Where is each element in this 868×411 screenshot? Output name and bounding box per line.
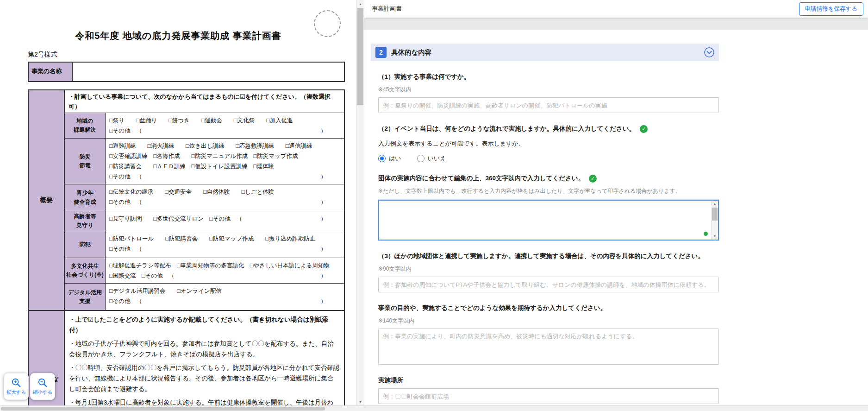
radio-option-no[interactable]: いいえ <box>417 154 446 163</box>
question-2-subtext: 入力例文を表示することが可能です。表示しますか。 <box>378 139 719 148</box>
question-1-label: （1）実施する事業は何ですか。 <box>378 73 719 81</box>
category-options: □伝統文化の継承 □交通安全 □自然体験 □しごと体験□その他 （） <box>106 184 344 211</box>
form-scroll-area: 2 具体的な内容 （1）実施する事業は何ですか。 ※45文字以内 <box>364 30 868 405</box>
overview-label: 概要 <box>29 90 65 310</box>
project-name-row: 事業の名称 <box>28 62 345 82</box>
place-input[interactable] <box>378 388 719 404</box>
header-gap-band <box>364 18 868 30</box>
category-options: □防犯パトロール □防犯講習会 □防犯マップ作成 □振り込め詐欺防止□その他 （… <box>106 231 344 258</box>
zoom-in-button[interactable]: 拡大する <box>4 373 29 400</box>
document-preview-pane: 令和5年度 地域の底力発展事業助成 事業計画書 第2号様式 事業の名称 概要 ・… <box>0 0 356 405</box>
category-label: 高齢者等 見守り <box>65 211 106 231</box>
left-pane-scrollbar[interactable]: ▲ ▼ <box>356 0 364 405</box>
form-column: 2 具体的な内容 （1）実施する事業は何ですか。 ※45文字以内 <box>371 44 719 405</box>
radio-option-yes[interactable]: はい <box>378 154 401 163</box>
zoom-out-button[interactable]: 縮小する <box>30 373 55 400</box>
example-toggle-radio-group: はい いいえ <box>378 154 719 163</box>
question-2-label: （2）イベント当日は、何をどのような流れで実施しますか。具体的に入力してください… <box>378 125 719 133</box>
textarea-scrollbar[interactable]: ▲ ▼ <box>711 201 718 240</box>
detail-paragraph: ・毎月1回第3水曜日に高齢者を対象に実施する。午前は健康体操教室を開催し、午後は… <box>69 397 340 405</box>
category-options: □祭り □盆踊り □餅つき □運動会 □文化祭 □加入促進□その他 （） <box>106 113 344 138</box>
overview-grid: 概要 ・計画している事業について、次のなかから当てはまるものに☑を付けてください… <box>28 89 345 405</box>
app-window: 令和5年度 地域の底力発展事業助成 事業計画書 第2号様式 事業の名称 概要 ・… <box>0 0 868 405</box>
detail-instruction: ・上で☑したことをどのように実施するか記載してください。（書き切れない場合は別紙… <box>69 314 340 335</box>
edit-textarea-label: 団体の実施内容に合わせて編集の上、360文字以内で入力してください。 ✓ <box>378 174 719 183</box>
horizontal-scrollbar-thumb[interactable] <box>1 407 325 411</box>
document-title: 令和5年度 地域の底力発展事業助成 事業計画書 <box>0 30 356 42</box>
scroll-up-icon[interactable]: ▲ <box>357 0 364 7</box>
detail-paragraph: ・地域の子供が子供神輿で町内を回る。参加者には参加賞として〇〇を配布する。また、… <box>69 338 340 360</box>
radio-no-icon[interactable] <box>417 155 425 162</box>
category-label: 防災 節電 <box>65 138 106 184</box>
zoom-out-label: 縮小する <box>33 389 53 396</box>
overview-instruction: ・計画している事業について、次のなかから当てはまるものに☑を付けてください。（複… <box>65 90 344 113</box>
category-label: デジタル活用 支援 <box>65 283 106 310</box>
category-options: □避難訓練 □消火訓練 □炊き出し訓練 □応急救護訓練 □通信訓練□安否確認訓練… <box>106 138 344 184</box>
purpose-limit: ※140文字以内 <box>378 317 719 325</box>
panel-title: 事業計画書 <box>372 5 402 13</box>
textarea-scroll-down-icon[interactable]: ▼ <box>712 233 718 240</box>
scrollbar-thumb[interactable] <box>357 8 363 105</box>
question-1-limit: ※45文字以内 <box>378 86 719 94</box>
textarea-scroll-up-icon[interactable]: ▲ <box>712 201 718 207</box>
project-name-label: 事業の名称 <box>29 63 73 81</box>
radio-yes-label: はい <box>389 154 401 163</box>
question-3-limit: ※90文字以内 <box>378 265 719 273</box>
category-options: □デジタル活用講習会 □オンライン配信□その他 （） <box>106 283 344 310</box>
section-title: 具体的な内容 <box>391 48 431 57</box>
collapse-section-button[interactable] <box>704 47 714 57</box>
purpose-textarea[interactable] <box>378 329 719 365</box>
detail-paragraph: ・〇〇時頃、安否確認用の〇〇を各戸に掲示してもらう。防災部員が各地区に分かれて安… <box>69 362 340 394</box>
edit-textarea-note: ※ただし、文字数上限以内でも、改行すると入力内容が枠をはみ出したり、文字が重なっ… <box>378 187 719 195</box>
check-icon: ✓ <box>589 175 597 183</box>
scroll-down-icon[interactable]: ▼ <box>357 398 364 405</box>
zoom-controls: 拡大する 縮小する <box>4 373 55 400</box>
question-3-input[interactable] <box>378 277 719 292</box>
question-3-label: （3）ほかの地域団体と連携して実施しますか。連携して実施する場合は、その内容を具… <box>378 252 719 260</box>
zoom-in-label: 拡大する <box>6 389 26 396</box>
flow-description-textarea[interactable]: ▲ ▼ <box>378 200 719 240</box>
panel-header: 事業計画書 申請情報を保存する <box>364 0 868 18</box>
stamp-circle <box>314 10 341 37</box>
question-1-input[interactable] <box>378 97 719 113</box>
status-dot-icon <box>704 232 708 236</box>
section-number-badge: 2 <box>375 47 387 58</box>
project-name-value <box>73 63 344 81</box>
radio-no-label: いいえ <box>428 154 446 163</box>
section-2-header: 2 具体的な内容 <box>371 44 719 61</box>
category-options: □理解促進チラシ等配布 □事業周知物等の多言語化 □やさしい日本語による周知物□… <box>106 258 344 283</box>
save-button[interactable]: 申請情報を保存する <box>799 2 863 16</box>
zoom-out-icon <box>37 378 48 388</box>
category-label: 防犯 <box>65 231 106 258</box>
horizontal-scrollbar[interactable] <box>0 405 868 411</box>
form-pane: 事業計画書 申請情報を保存する 2 具体的な内容 <box>364 0 868 405</box>
questions-container: （1）実施する事業は何ですか。 ※45文字以内 （2）イベント当日は、何をどのよ… <box>371 73 719 405</box>
textarea-scrollbar-thumb[interactable] <box>712 208 718 221</box>
category-label: 青少年 健全育成 <box>65 184 106 211</box>
category-options: □見守り訪問 □多世代交流サロン □その他 （） <box>106 211 344 231</box>
category-label: 多文化共生 社会づくり(※) <box>65 258 106 283</box>
check-icon: ✓ <box>640 125 648 133</box>
place-label: 実施場所 <box>378 376 719 385</box>
form-code-label: 第2号様式 <box>28 51 356 59</box>
implementation-cell: ・上で☑したことをどのように実施するか記載してください。（書き切れない場合は別紙… <box>65 310 344 405</box>
purpose-label: 事業の目的や、実施することでどのような効果を期待するか入力してください。 <box>378 304 719 312</box>
zoom-in-icon <box>11 378 21 388</box>
radio-yes-icon[interactable] <box>378 155 386 162</box>
chevron-down-icon <box>704 47 714 57</box>
category-label: 地域の 課題解決 <box>65 113 106 138</box>
